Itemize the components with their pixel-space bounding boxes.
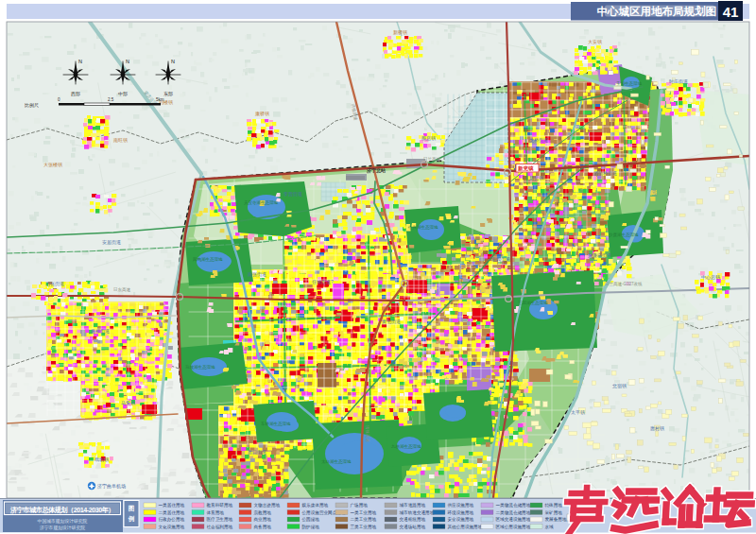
svg-text:N: N: [126, 59, 129, 64]
svg-text:兴隆庄街道: 兴隆庄街道: [588, 252, 611, 259]
svg-text:太白湖生态湿地: 太白湖生态湿地: [321, 458, 352, 464]
svg-text:安居街道: 安居街道: [102, 239, 121, 246]
svg-text:城市轨道交通用地: 城市轨道交通用地: [399, 509, 435, 516]
svg-text:时庄街道: 时庄街道: [669, 78, 688, 85]
svg-text:新兖镇: 新兖镇: [517, 165, 534, 172]
svg-text:新驿镇: 新驿镇: [393, 29, 407, 36]
svg-text:2.5: 2.5: [108, 97, 114, 102]
svg-text:比例尺: 比例尺: [25, 102, 39, 109]
svg-text:少康湖生态湿地: 少康湖生态湿地: [609, 232, 639, 237]
svg-text:黄屯街道: 黄屯街道: [382, 319, 401, 325]
svg-text:文物古迹用地: 文物古迹用地: [254, 502, 281, 508]
svg-text:一类工业用地: 一类工业用地: [351, 509, 377, 516]
svg-text:中心城区用地布局规划图: 中心城区用地布局规划图: [597, 5, 717, 17]
svg-text:区域交通设施用地: 区域交通设施用地: [496, 516, 531, 523]
svg-text:交通枢纽用地: 交通枢纽用地: [400, 516, 426, 523]
svg-text:区域公用设施用地: 区域公用设施用地: [496, 524, 531, 530]
svg-text:安全设施用地: 安全设施用地: [448, 516, 474, 523]
svg-text:二类工业用地: 二类工业用地: [351, 516, 377, 523]
svg-text:王因湖生态湿地: 王因湖生态湿地: [518, 300, 548, 305]
svg-text:万张街道: 万张街道: [45, 281, 64, 287]
svg-text:图: 图: [129, 505, 135, 512]
svg-text:文化设施用地: 文化设施用地: [159, 524, 185, 530]
svg-text:纸坊镇: 纸坊镇: [94, 456, 109, 463]
svg-text:新兖镇: 新兖镇: [529, 175, 543, 181]
svg-text:济宁曲阜机场: 济宁曲阜机场: [97, 483, 126, 490]
svg-text:济宁市城市总体规划（2014-2030年）: 济宁市城市总体规划（2014-2030年）: [9, 506, 114, 514]
svg-text:马坡湖生态湿地: 马坡湖生态湿地: [185, 364, 215, 370]
svg-text:一类物流仓储用地: 一类物流仓储用地: [496, 502, 531, 508]
svg-text:大张楼镇: 大张楼镇: [43, 162, 62, 168]
svg-text:唐口街道: 唐口街道: [248, 449, 266, 456]
svg-text:中心店镇: 中心店镇: [701, 274, 720, 280]
svg-text:水域: 水域: [545, 525, 555, 529]
svg-text:其他公用设施用地: 其他公用设施用地: [448, 524, 483, 530]
svg-text:防护绿地: 防护绿地: [302, 524, 320, 530]
svg-text:任城街道?: 任城街道?: [312, 279, 334, 285]
svg-text:李营街道: 李营街道: [284, 191, 302, 198]
svg-text:玉湖生态湿地: 玉湖生态湿地: [616, 80, 643, 86]
svg-text:东部: 东部: [163, 91, 173, 97]
svg-text:济宁市规划设计研究院: 济宁市规划设计研究院: [40, 525, 85, 531]
svg-text:行政办公用地: 行政办公用地: [159, 516, 185, 523]
svg-text:南旺镇: 南旺镇: [113, 137, 128, 143]
svg-text:王因街道: 王因街道: [491, 256, 510, 263]
svg-text:41: 41: [723, 4, 739, 20]
svg-text:车桥湖生态湿地: 车桥湖生态湿地: [261, 421, 291, 426]
svg-text:日兰高速: 日兰高速: [423, 157, 441, 162]
svg-text:马集镇: 马集镇: [121, 400, 135, 405]
svg-text:三类工业用地: 三类工业用地: [351, 524, 377, 530]
svg-text:九曲湖生态湿地: 九曲湖生态湿地: [391, 443, 421, 449]
svg-text:大安镇: 大安镇: [588, 39, 602, 44]
svg-text:唐村镇: 唐村镇: [650, 425, 664, 432]
svg-text:5km: 5km: [156, 97, 164, 102]
svg-text:N: N: [78, 59, 82, 64]
svg-text:康驿镇: 康驿镇: [255, 111, 269, 117]
svg-text:西部: 西部: [71, 91, 80, 97]
svg-text:北宿镇: 北宿镇: [612, 383, 627, 389]
svg-text:龙桥街道: 龙桥街道: [529, 137, 548, 144]
svg-text:教育科研用地: 教育科研用地: [207, 502, 233, 508]
svg-text:颜店镇: 颜店镇: [421, 135, 436, 141]
svg-text:任兴湖生态湿地: 任兴湖生态湿地: [407, 224, 438, 230]
svg-text:酒仙桥街道: 酒仙桥街道: [593, 170, 617, 177]
svg-text:环境设施用地: 环境设施用地: [447, 509, 474, 516]
svg-text:中国城市规划设计研究院: 中国城市规划设计研究院: [38, 518, 88, 525]
svg-text:日兰高速-G327改线: 日兰高速-G327改线: [605, 281, 643, 286]
svg-text:凤鸣湖生态湿地: 凤鸣湖生态湿地: [193, 256, 223, 262]
svg-text:中部: 中部: [118, 91, 128, 97]
svg-text:娱乐康体用地: 娱乐康体用地: [302, 502, 329, 508]
svg-text:日东高速: 日东高速: [113, 287, 131, 292]
svg-text:N: N: [171, 59, 175, 64]
svg-text:供应设施用地: 供应设施用地: [448, 502, 474, 508]
svg-text:南张街道: 南张街道: [248, 271, 266, 278]
svg-text:例: 例: [128, 515, 135, 523]
svg-text:二类物流仓储用地: 二类物流仓储用地: [496, 509, 531, 516]
svg-text:济宁北站: 济宁北站: [366, 167, 386, 174]
svg-text:交通场站用地: 交通场站用地: [400, 524, 426, 530]
svg-text:发展备用地: 发展备用地: [545, 516, 567, 523]
svg-text:嘉祥街道: 嘉祥街道: [91, 328, 110, 335]
svg-text:天宝寺湖生态湿地: 天宝寺湖生态湿地: [244, 199, 279, 205]
svg-text:太平镇: 太平镇: [571, 409, 585, 415]
